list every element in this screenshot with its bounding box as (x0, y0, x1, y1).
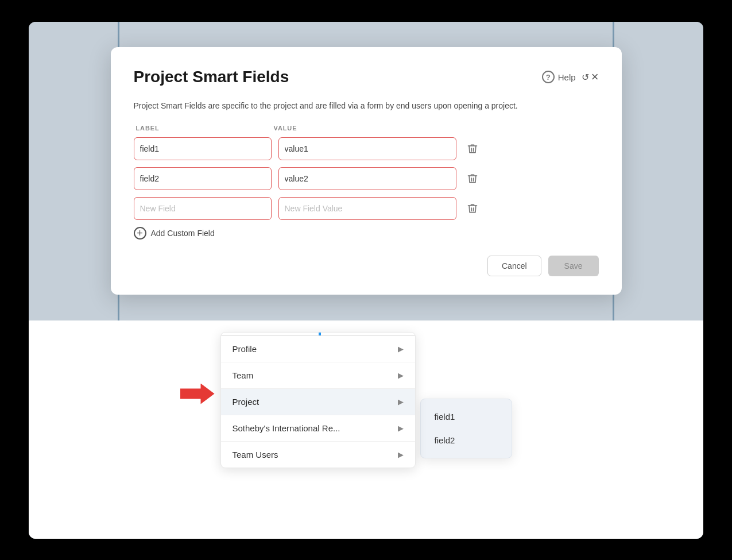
menu-item-profile-label: Profile (233, 344, 257, 354)
tab-indicator (319, 333, 321, 335)
label-column-header: LABEL (136, 125, 274, 132)
submenu-item-field2[interactable]: field2 (421, 428, 512, 452)
value-input-1[interactable] (278, 137, 456, 160)
field-row-2 (134, 167, 599, 190)
label-input-1[interactable] (134, 137, 272, 160)
value-column-header: VALUE (274, 125, 297, 132)
dropdown-menu: Profile ▶ Team ▶ Project ▶ Sotheby's Int… (220, 332, 416, 468)
outer-frame: Project Smart Fields ? Help ↺ × Project … (29, 22, 703, 539)
top-half: Project Smart Fields ? Help ↺ × Project … (29, 22, 703, 320)
label-input-2[interactable] (134, 167, 272, 190)
modal-footer: Cancel Save (134, 256, 599, 276)
chevron-right-icon-project: ▶ (398, 397, 404, 406)
modal-title: Project Smart Fields (134, 68, 289, 86)
bottom-half: Profile ▶ Team ▶ Project ▶ Sotheby's Int… (29, 320, 703, 539)
field-row-1 (134, 137, 599, 160)
field-row-3 (134, 197, 599, 220)
cancel-button[interactable]: Cancel (487, 256, 541, 276)
menu-item-sothebys[interactable]: Sotheby's International Re... ▶ (221, 415, 415, 442)
submenu-item-field1[interactable]: field1 (421, 405, 512, 428)
add-custom-field-button[interactable]: + Add Custom Field (134, 227, 215, 240)
chevron-right-icon-profile: ▶ (398, 345, 404, 353)
modal-header-right: ? Help ↺ × (542, 69, 599, 84)
label-input-new[interactable] (134, 197, 272, 220)
add-circle-icon: + (134, 227, 146, 240)
undo-icon: ↺ (582, 72, 589, 83)
menu-item-sothebys-label: Sotheby's International Re... (233, 423, 340, 433)
menu-item-project[interactable]: Project ▶ (221, 389, 415, 415)
help-label: Help (558, 72, 576, 82)
delete-button-2[interactable] (463, 171, 482, 187)
modal-description: Project Smart Fields are specific to the… (134, 100, 599, 112)
delete-button-1[interactable] (463, 141, 482, 157)
delete-button-3[interactable] (463, 200, 482, 217)
submenu: field1 field2 (420, 399, 512, 458)
save-button[interactable]: Save (548, 256, 599, 276)
add-field-label: Add Custom Field (151, 229, 215, 238)
modal-header: Project Smart Fields ? Help ↺ × (134, 68, 599, 86)
close-icon: × (591, 69, 599, 84)
chevron-right-icon-sothebys: ▶ (398, 424, 404, 432)
chevron-right-icon-team: ▶ (398, 371, 404, 380)
menu-item-team-users[interactable]: Team Users ▶ (221, 442, 415, 468)
help-icon: ? (542, 71, 555, 83)
modal-dialog: Project Smart Fields ? Help ↺ × Project … (111, 47, 622, 295)
dropdown-area: Profile ▶ Team ▶ Project ▶ Sotheby's Int… (220, 332, 512, 468)
submenu-item-field1-label: field1 (435, 412, 455, 422)
help-button[interactable]: ? Help (542, 71, 576, 83)
red-arrow (180, 384, 215, 404)
submenu-item-field2-label: field2 (435, 435, 455, 445)
menu-item-team[interactable]: Team ▶ (221, 362, 415, 389)
close-button[interactable]: ↺ × (582, 69, 599, 84)
fields-header: LABEL VALUE (134, 125, 599, 132)
arrow-shape (180, 384, 215, 404)
menu-item-team-users-label: Team Users (233, 450, 278, 459)
menu-item-project-label: Project (233, 397, 260, 407)
value-input-2[interactable] (278, 167, 456, 190)
chevron-right-icon-team-users: ▶ (398, 450, 404, 459)
value-input-new[interactable] (278, 197, 456, 220)
menu-item-profile[interactable]: Profile ▶ (221, 336, 415, 362)
menu-item-team-label: Team (233, 370, 254, 380)
